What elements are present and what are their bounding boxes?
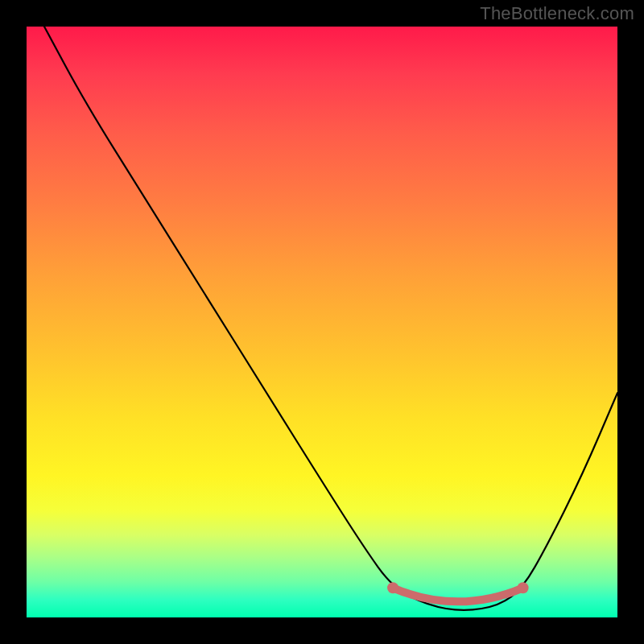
chart-container: TheBottleneck.com: [0, 0, 644, 644]
optimal-endpoint-left: [387, 582, 398, 593]
optimal-endpoint-right: [518, 582, 529, 593]
plot-area: [27, 27, 617, 617]
optimal-flat-zone: [393, 588, 522, 601]
curve-overlay: [27, 27, 617, 617]
bottleneck-curve: [44, 27, 617, 610]
watermark-text: TheBottleneck.com: [480, 3, 634, 24]
